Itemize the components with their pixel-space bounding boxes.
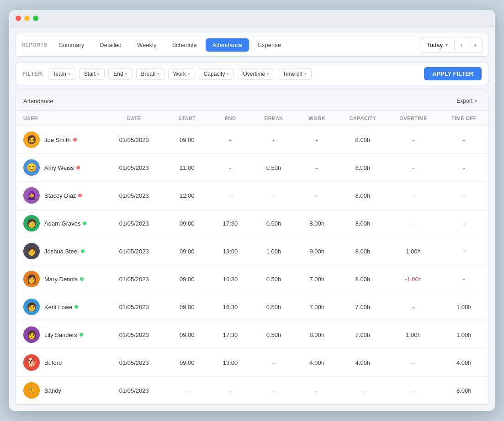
apply-filter-button[interactable]: APPLY FILTER [424, 67, 482, 80]
cell-work: - [295, 182, 339, 210]
break-filter[interactable]: Break ▾ [136, 68, 164, 80]
table-row[interactable]: 🐕 Buford 01/05/2023 09:00 13:00 - 4.00h … [16, 349, 488, 377]
table-row[interactable]: 🧑 Adam Graves 01/05/2023 09:00 17:30 0.5… [16, 210, 488, 237]
cell-timeoff: 4.00h [440, 349, 488, 377]
time-off-filter[interactable]: Time off ▾ [278, 68, 312, 80]
cell-timeoff: 1.00h [440, 293, 488, 321]
maximize-button[interactable] [33, 16, 38, 21]
start-filter[interactable]: Start ▾ [79, 68, 105, 80]
cell-start: 12:00 [165, 182, 209, 210]
cell-end: 17:30 [209, 321, 252, 349]
cell-break: 0.50h [252, 210, 295, 237]
title-bar [9, 10, 495, 26]
avatar: 🧑 [23, 299, 40, 315]
cell-overtime: -1.00h [387, 265, 440, 293]
table-row[interactable]: 🧔 Joe Smith 01/05/2023 09:00 - - - 8.00h… [16, 126, 488, 154]
tab-attendance[interactable]: Attendance [206, 38, 249, 52]
col-header-overtime: OVERTIME [387, 111, 440, 126]
table-row[interactable]: 🧑 Kent Lowe 01/05/2023 09:00 16:30 0.50h… [16, 293, 488, 321]
overtime-filter[interactable]: Overtime ▾ [238, 68, 274, 80]
user-name: Kent Lowe [44, 304, 78, 310]
cell-end: 13:00 [209, 349, 252, 377]
cell-overtime: 1.00h [387, 237, 440, 265]
cell-start: 09:00 [165, 293, 209, 321]
table-row[interactable]: 😊 Amy Weiss 01/05/2023 11:00 - 0.50h - 8… [16, 154, 488, 182]
status-indicator [83, 221, 86, 225]
close-button[interactable] [16, 16, 21, 21]
cell-user: 😊 Amy Weiss [16, 154, 103, 182]
cell-break: 0.50h [252, 265, 295, 293]
cell-break: - [252, 182, 295, 210]
capacity-filter[interactable]: Capacity ▾ [199, 68, 234, 80]
status-indicator [81, 249, 85, 253]
tab-schedule[interactable]: Schedule [165, 38, 203, 52]
cell-date: 01/05/2023 [103, 349, 165, 377]
tab-expense[interactable]: Expense [251, 38, 288, 52]
cell-end: 17:30 [209, 210, 252, 237]
avatar: 😊 [23, 159, 40, 176]
tab-detailed[interactable]: Detailed [93, 38, 128, 52]
col-header-user: USER [16, 111, 103, 126]
work-filter[interactable]: Work ▾ [168, 68, 195, 80]
cell-capacity: 8.00h [339, 182, 387, 210]
cell-work: - [295, 126, 339, 154]
cell-timeoff: - [440, 210, 488, 237]
status-indicator [80, 277, 84, 281]
table-row[interactable]: 👩 Lily Sanders 01/05/2023 09:00 17:30 0.… [16, 321, 488, 349]
cell-end: 19:00 [209, 237, 252, 265]
cell-overtime: - [387, 154, 440, 182]
table-row[interactable]: 🦮 Sandy 01/05/2023 - - - - - - 8.00h [16, 377, 488, 405]
cell-end: - [209, 182, 252, 210]
filter-label: FILTER [22, 71, 42, 77]
col-header-timeoff: TIME OFF [440, 111, 488, 126]
team-filter[interactable]: Team ▾ [48, 68, 75, 80]
cell-date: 01/05/2023 [103, 237, 165, 265]
cell-start: 09:00 [165, 321, 209, 349]
cell-end: - [209, 126, 252, 154]
main-content: REPORTS Summary Detailed Weekly Schedule… [9, 26, 495, 411]
table-header-bar: Attendance Export ▾ [16, 91, 488, 111]
chevron-down-icon: ▾ [304, 72, 307, 76]
cell-break: 0.50h [252, 154, 295, 182]
cell-work: 7.00h [295, 265, 339, 293]
date-display[interactable]: Today ▾ [420, 39, 455, 51]
cell-end: - [209, 154, 252, 182]
user-name: Lily Sanders [44, 332, 83, 338]
cell-timeoff: - [440, 182, 488, 210]
cell-date: 01/05/2023 [103, 293, 165, 321]
attendance-table-container: Attendance Export ▾ USER DATE START END … [16, 91, 488, 405]
reports-label: REPORTS [21, 42, 48, 47]
export-button[interactable]: Export ▾ [453, 96, 481, 106]
cell-start: 09:00 [165, 210, 209, 237]
user-name: Stacey Diaz [44, 192, 82, 199]
cell-break: - [252, 377, 295, 405]
cell-capacity: 4.00h [339, 349, 387, 377]
minimize-button[interactable] [24, 16, 30, 21]
next-date-button[interactable]: › [468, 37, 482, 52]
status-indicator [80, 333, 83, 337]
avatar: 🦮 [23, 382, 40, 399]
table-row[interactable]: 🧑 Joshua Steel 01/05/2023 09:00 19:00 1.… [16, 237, 488, 265]
cell-break: - [252, 126, 295, 154]
col-header-date: DATE [103, 111, 165, 126]
cell-user: 🧑 Adam Graves [16, 210, 103, 237]
avatar: 👩 [23, 271, 40, 287]
cell-date: 01/05/2023 [103, 154, 165, 182]
cell-capacity: 7.00h [339, 321, 387, 349]
cell-work: - [295, 377, 339, 405]
end-filter[interactable]: End ▾ [108, 68, 132, 80]
tab-weekly[interactable]: Weekly [130, 38, 163, 52]
cell-user: 🧕 Stacey Diaz [16, 182, 103, 210]
table-row[interactable]: 🧕 Stacey Diaz 01/05/2023 12:00 - - - 8.0… [16, 182, 488, 210]
cell-work: 8.00h [295, 321, 339, 349]
cell-end: 16:30 [209, 265, 252, 293]
tab-summary[interactable]: Summary [52, 38, 91, 52]
cell-date: 01/05/2023 [103, 321, 165, 349]
avatar: 🧔 [23, 132, 40, 148]
table-row[interactable]: 👩 Mary Dennis 01/05/2023 09:00 16:30 0.5… [16, 265, 488, 293]
cell-work: 9.00h [295, 237, 339, 265]
prev-date-button[interactable]: ‹ [455, 37, 468, 52]
today-label: Today [427, 42, 443, 48]
user-name: Sandy [44, 387, 61, 394]
cell-overtime: - [387, 182, 440, 210]
